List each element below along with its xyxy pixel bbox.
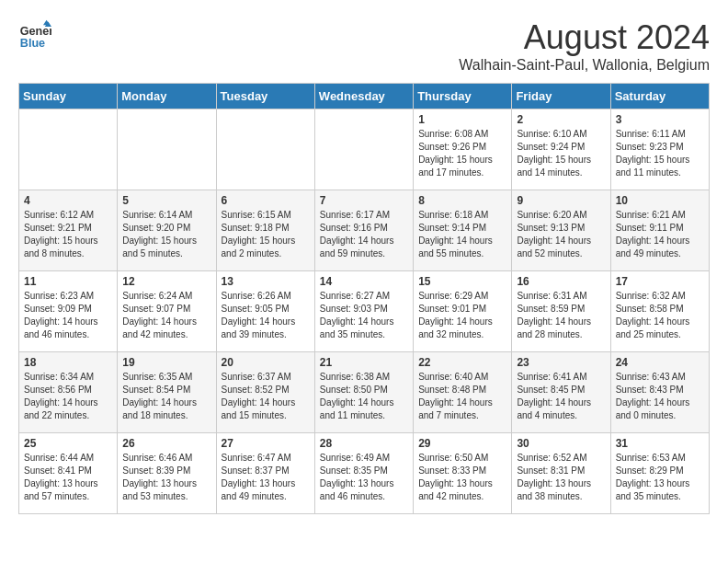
day-number: 18 xyxy=(24,356,112,369)
calendar-cell: 27Sunrise: 6:47 AM Sunset: 8:37 PM Dayli… xyxy=(216,433,314,514)
calendar-cell: 8Sunrise: 6:18 AM Sunset: 9:14 PM Daylig… xyxy=(414,190,512,271)
calendar-cell: 13Sunrise: 6:26 AM Sunset: 9:05 PM Dayli… xyxy=(216,271,314,352)
day-info: Sunrise: 6:43 AM Sunset: 8:43 PM Dayligh… xyxy=(616,371,704,422)
calendar-cell: 15Sunrise: 6:29 AM Sunset: 9:01 PM Dayli… xyxy=(414,271,512,352)
day-number: 22 xyxy=(418,356,506,369)
calendar-body: 1Sunrise: 6:08 AM Sunset: 9:26 PM Daylig… xyxy=(19,109,710,514)
calendar-cell: 14Sunrise: 6:27 AM Sunset: 9:03 PM Dayli… xyxy=(314,271,413,352)
weekday-header: Sunday xyxy=(19,84,118,109)
day-number: 17 xyxy=(616,275,704,288)
day-info: Sunrise: 6:35 AM Sunset: 8:54 PM Dayligh… xyxy=(122,371,210,422)
day-number: 31 xyxy=(616,437,704,450)
day-number: 4 xyxy=(24,194,112,207)
calendar-cell: 21Sunrise: 6:38 AM Sunset: 8:50 PM Dayli… xyxy=(314,352,413,433)
day-info: Sunrise: 6:24 AM Sunset: 9:07 PM Dayligh… xyxy=(122,290,210,341)
calendar-cell: 17Sunrise: 6:32 AM Sunset: 8:58 PM Dayli… xyxy=(610,271,709,352)
calendar-cell: 11Sunrise: 6:23 AM Sunset: 9:09 PM Dayli… xyxy=(19,271,118,352)
calendar-week-row: 18Sunrise: 6:34 AM Sunset: 8:56 PM Dayli… xyxy=(19,352,710,433)
day-info: Sunrise: 6:50 AM Sunset: 8:33 PM Dayligh… xyxy=(418,452,506,503)
day-info: Sunrise: 6:26 AM Sunset: 9:05 PM Dayligh… xyxy=(222,290,310,341)
day-number: 3 xyxy=(616,113,704,126)
day-info: Sunrise: 6:23 AM Sunset: 9:09 PM Dayligh… xyxy=(24,290,112,341)
svg-text:Blue: Blue xyxy=(20,37,45,50)
day-info: Sunrise: 6:31 AM Sunset: 8:59 PM Dayligh… xyxy=(517,290,605,341)
day-number: 27 xyxy=(222,437,310,450)
calendar-cell: 12Sunrise: 6:24 AM Sunset: 9:07 PM Dayli… xyxy=(118,271,216,352)
calendar-cell: 5Sunrise: 6:14 AM Sunset: 9:20 PM Daylig… xyxy=(118,190,216,271)
calendar-cell: 18Sunrise: 6:34 AM Sunset: 8:56 PM Dayli… xyxy=(19,352,118,433)
weekday-header: Thursday xyxy=(414,84,512,109)
calendar-cell: 26Sunrise: 6:46 AM Sunset: 8:39 PM Dayli… xyxy=(118,433,216,514)
day-number: 10 xyxy=(616,194,704,207)
day-number: 19 xyxy=(122,356,210,369)
day-info: Sunrise: 6:17 AM Sunset: 9:16 PM Dayligh… xyxy=(320,209,408,260)
calendar-cell: 10Sunrise: 6:21 AM Sunset: 9:11 PM Dayli… xyxy=(610,190,709,271)
day-info: Sunrise: 6:08 AM Sunset: 9:26 PM Dayligh… xyxy=(418,128,506,179)
day-info: Sunrise: 6:32 AM Sunset: 8:58 PM Dayligh… xyxy=(616,290,704,341)
day-info: Sunrise: 6:34 AM Sunset: 8:56 PM Dayligh… xyxy=(24,371,112,422)
calendar-week-row: 11Sunrise: 6:23 AM Sunset: 9:09 PM Dayli… xyxy=(19,271,710,352)
page-header: General Blue August 2024 Walhain-Saint-P… xyxy=(18,18,710,74)
calendar-title: August 2024 xyxy=(459,18,710,57)
day-info: Sunrise: 6:38 AM Sunset: 8:50 PM Dayligh… xyxy=(320,371,408,422)
day-number: 1 xyxy=(418,113,506,126)
calendar-cell: 2Sunrise: 6:10 AM Sunset: 9:24 PM Daylig… xyxy=(512,109,610,190)
calendar-cell: 28Sunrise: 6:49 AM Sunset: 8:35 PM Dayli… xyxy=(314,433,413,514)
day-info: Sunrise: 6:11 AM Sunset: 9:23 PM Dayligh… xyxy=(616,128,704,179)
calendar-header: SundayMondayTuesdayWednesdayThursdayFrid… xyxy=(19,84,710,109)
day-info: Sunrise: 6:46 AM Sunset: 8:39 PM Dayligh… xyxy=(122,452,210,503)
calendar-cell: 29Sunrise: 6:50 AM Sunset: 8:33 PM Dayli… xyxy=(414,433,512,514)
calendar-cell: 23Sunrise: 6:41 AM Sunset: 8:45 PM Dayli… xyxy=(512,352,610,433)
calendar-cell: 16Sunrise: 6:31 AM Sunset: 8:59 PM Dayli… xyxy=(512,271,610,352)
day-info: Sunrise: 6:44 AM Sunset: 8:41 PM Dayligh… xyxy=(24,452,112,503)
day-info: Sunrise: 6:15 AM Sunset: 9:18 PM Dayligh… xyxy=(222,209,310,260)
calendar-cell xyxy=(216,109,314,190)
calendar-cell xyxy=(118,109,216,190)
day-number: 16 xyxy=(517,275,605,288)
calendar-subtitle: Walhain-Saint-Paul, Wallonia, Belgium xyxy=(459,57,710,74)
weekday-header: Friday xyxy=(512,84,610,109)
title-block: August 2024 Walhain-Saint-Paul, Wallonia… xyxy=(459,18,710,74)
day-info: Sunrise: 6:47 AM Sunset: 8:37 PM Dayligh… xyxy=(222,452,310,503)
day-info: Sunrise: 6:21 AM Sunset: 9:11 PM Dayligh… xyxy=(616,209,704,260)
day-info: Sunrise: 6:12 AM Sunset: 9:21 PM Dayligh… xyxy=(24,209,112,260)
day-number: 6 xyxy=(222,194,310,207)
weekday-row: SundayMondayTuesdayWednesdayThursdayFrid… xyxy=(19,84,710,109)
day-info: Sunrise: 6:49 AM Sunset: 8:35 PM Dayligh… xyxy=(320,452,408,503)
day-number: 21 xyxy=(320,356,408,369)
day-number: 29 xyxy=(418,437,506,450)
weekday-header: Monday xyxy=(118,84,216,109)
weekday-header: Saturday xyxy=(610,84,709,109)
day-number: 8 xyxy=(418,194,506,207)
day-number: 14 xyxy=(320,275,408,288)
day-info: Sunrise: 6:20 AM Sunset: 9:13 PM Dayligh… xyxy=(517,209,605,260)
calendar-cell: 4Sunrise: 6:12 AM Sunset: 9:21 PM Daylig… xyxy=(19,190,118,271)
day-number: 2 xyxy=(517,113,605,126)
day-info: Sunrise: 6:27 AM Sunset: 9:03 PM Dayligh… xyxy=(320,290,408,341)
day-number: 13 xyxy=(222,275,310,288)
calendar-cell: 19Sunrise: 6:35 AM Sunset: 8:54 PM Dayli… xyxy=(118,352,216,433)
day-number: 12 xyxy=(122,275,210,288)
calendar-cell: 20Sunrise: 6:37 AM Sunset: 8:52 PM Dayli… xyxy=(216,352,314,433)
day-info: Sunrise: 6:40 AM Sunset: 8:48 PM Dayligh… xyxy=(418,371,506,422)
weekday-header: Wednesday xyxy=(314,84,413,109)
calendar-cell: 7Sunrise: 6:17 AM Sunset: 9:16 PM Daylig… xyxy=(314,190,413,271)
calendar-cell: 3Sunrise: 6:11 AM Sunset: 9:23 PM Daylig… xyxy=(610,109,709,190)
day-number: 5 xyxy=(122,194,210,207)
day-info: Sunrise: 6:14 AM Sunset: 9:20 PM Dayligh… xyxy=(122,209,210,260)
calendar-cell: 1Sunrise: 6:08 AM Sunset: 9:26 PM Daylig… xyxy=(414,109,512,190)
day-number: 30 xyxy=(517,437,605,450)
calendar-cell: 9Sunrise: 6:20 AM Sunset: 9:13 PM Daylig… xyxy=(512,190,610,271)
day-number: 7 xyxy=(320,194,408,207)
calendar-week-row: 1Sunrise: 6:08 AM Sunset: 9:26 PM Daylig… xyxy=(19,109,710,190)
day-number: 25 xyxy=(24,437,112,450)
calendar-table: SundayMondayTuesdayWednesdayThursdayFrid… xyxy=(18,83,710,514)
calendar-cell: 22Sunrise: 6:40 AM Sunset: 8:48 PM Dayli… xyxy=(414,352,512,433)
calendar-cell: 31Sunrise: 6:53 AM Sunset: 8:29 PM Dayli… xyxy=(610,433,709,514)
logo: General Blue xyxy=(18,18,51,52)
day-number: 20 xyxy=(222,356,310,369)
day-number: 11 xyxy=(24,275,112,288)
day-info: Sunrise: 6:37 AM Sunset: 8:52 PM Dayligh… xyxy=(222,371,310,422)
day-info: Sunrise: 6:41 AM Sunset: 8:45 PM Dayligh… xyxy=(517,371,605,422)
day-info: Sunrise: 6:18 AM Sunset: 9:14 PM Dayligh… xyxy=(418,209,506,260)
